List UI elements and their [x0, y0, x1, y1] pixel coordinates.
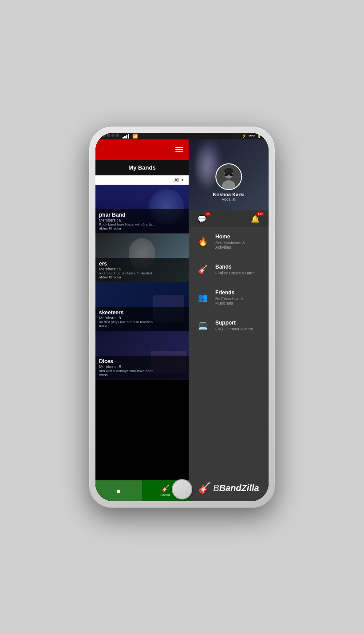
band-name-2: ers — [99, 261, 185, 267]
support-icon-wrap: 💻 — [196, 318, 210, 333]
avatar-svg — [216, 164, 241, 189]
support-subtitle: FAQ, Contact & More... — [215, 327, 257, 331]
left-panel: My Bands All ▼ phar Band — [95, 139, 189, 501]
svg-rect-4 — [224, 174, 228, 176]
bar-4 — [128, 134, 129, 139]
band-author-3: Karki — [99, 324, 185, 328]
home-menu-text: Home See Musicians & Activities — [215, 234, 261, 250]
band-desc-3: nd that plays folk beats in tradition... — [99, 320, 185, 324]
menu-item-bands[interactable]: 🎸 Bands Find or Create A Band — [189, 256, 269, 283]
dot-4 — [116, 134, 119, 137]
home-title: Home — [215, 234, 261, 240]
bar-3 — [126, 135, 127, 139]
menu-item-friends[interactable]: 👥 Friends Be Friends with Musicians — [189, 283, 269, 312]
flame-icon: 🔥 — [198, 237, 208, 246]
svg-point-3 — [224, 168, 233, 175]
phone-screen: 📶 ⚡ 15% 🔋 My Ba — [95, 133, 269, 501]
band-name-4: Dices — [99, 358, 185, 365]
band-item-4[interactable]: Dices Members : 5 and with 5 oldboys who… — [95, 331, 189, 380]
profile-section: Krishna Karki Vocalist — [189, 139, 269, 210]
home-subtitle: See Musicians & Activities — [215, 241, 261, 250]
bands-title: Bands — [215, 264, 255, 270]
band-desc-4: and with 5 oldboys who have been... — [99, 369, 185, 373]
band-item-1[interactable]: phar Band Members : 6 Rock band from Nep… — [95, 185, 189, 234]
profile-avatar[interactable] — [215, 163, 242, 190]
tab-green[interactable]: ■ — [95, 480, 142, 501]
signal-dots — [103, 134, 119, 139]
notification-bar: 💬 36 🔔 187 — [189, 210, 269, 227]
phone-device: 📶 ⚡ 15% 🔋 My Ba — [89, 126, 275, 508]
band-info-1: phar Band Members : 6 Rock band from Nep… — [95, 209, 189, 233]
profile-name: Krishna Karki — [213, 192, 245, 197]
logo-rest: BandZilla — [219, 483, 259, 493]
band-item-2[interactable]: ers Members : 5 rock band that includes … — [95, 234, 189, 282]
profile-avatar-container: Krishna Karki Vocalist — [213, 163, 245, 202]
main-screen: My Bands All ▼ phar Band — [95, 139, 269, 501]
messages-badge: 36 — [205, 212, 211, 216]
filter-text: All — [174, 178, 179, 182]
messages-notification[interactable]: 💬 36 — [198, 215, 206, 223]
friends-title: Friends — [215, 289, 261, 296]
phone-home-button[interactable] — [172, 479, 192, 499]
bar-2 — [124, 136, 126, 139]
band-info-4: Dices Members : 5 and with 5 oldboys who… — [95, 356, 189, 380]
svg-rect-5 — [229, 174, 233, 176]
bands-icon-wrap: 🎸 — [196, 262, 210, 277]
support-title: Support — [215, 320, 257, 326]
people-icon: 👥 — [198, 293, 208, 302]
filter-dropdown-icon: ▼ — [181, 178, 184, 182]
logo-text: BBandZilla — [213, 483, 259, 493]
bar-1 — [123, 137, 124, 139]
code-icon: 💻 — [198, 321, 208, 330]
my-bands-title: My Bands — [95, 160, 189, 175]
band-info-3: skeeteers Membsrs : 3 nd that plays folk… — [95, 307, 189, 331]
battery-percent: 15% — [248, 134, 255, 138]
filter-bar[interactable]: All ▼ — [95, 175, 189, 185]
menu-item-support[interactable]: 💻 Support FAQ, Contact & More... — [189, 312, 269, 339]
guitar-icon: 🎸 — [198, 265, 208, 274]
band-author-1: nbhar Khadka — [99, 226, 185, 230]
bands-menu-text: Bands Find or Create A Band — [215, 264, 255, 275]
battery-area: ⚡ 15% 🔋 — [242, 134, 261, 138]
band-desc-2: rock band that includes 5 talented... — [99, 271, 185, 275]
left-header — [95, 139, 189, 160]
bluetooth-icon: ⚡ — [242, 134, 246, 138]
band-info-2: ers Members : 5 rock band that includes … — [95, 258, 189, 282]
band-item-3[interactable]: skeeteers Membsrs : 3 nd that plays folk… — [95, 282, 189, 331]
hamburger-line-1 — [175, 147, 183, 148]
support-menu-text: Support FAQ, Contact & More... — [215, 320, 257, 331]
profile-role: Vocalist — [222, 197, 235, 202]
dot-3 — [111, 134, 115, 137]
band-name-3: skeeteers — [99, 309, 185, 316]
dot-1 — [103, 134, 106, 137]
alerts-notification[interactable]: 🔔 187 — [251, 215, 260, 223]
battery-icon: 🔋 — [257, 134, 261, 138]
menu-item-home[interactable]: 🔥 Home See Musicians & Activities — [189, 227, 269, 256]
tab-bands-icon: 🎸 — [162, 485, 169, 492]
logo-section: 🎸 BBandZilla — [189, 475, 269, 501]
band-author-2: nbhar Khadka — [99, 275, 185, 279]
tab-green-icon: ■ — [117, 487, 120, 495]
signal-area: 📶 — [103, 134, 138, 139]
friends-icon-wrap: 👥 — [196, 290, 210, 305]
signal-bars — [123, 134, 129, 139]
band-members-3: Membsrs : 3 — [99, 316, 185, 320]
band-members-4: Members : 5 — [99, 365, 185, 369]
band-author-4: estha — [99, 373, 185, 377]
hamburger-menu[interactable] — [175, 147, 183, 152]
logo-guitar-icon: 🎸 — [198, 482, 211, 494]
hamburger-line-3 — [175, 151, 183, 152]
friends-subtitle: Be Friends with Musicians — [215, 297, 261, 305]
home-icon-wrap: 🔥 — [196, 234, 210, 249]
wifi-icon: 📶 — [132, 134, 138, 139]
menu-items: 🔥 Home See Musicians & Activities 🎸 Band… — [189, 227, 269, 475]
bands-subtitle: Find or Create A Band — [215, 271, 255, 275]
friends-menu-text: Friends Be Friends with Musicians — [215, 289, 261, 305]
messages-icon: 💬 — [198, 215, 206, 223]
logo-b: B — [213, 483, 219, 493]
tab-bands-label: Bands — [160, 493, 170, 497]
band-members-1: Members : 6 — [99, 218, 185, 222]
right-panel: Krishna Karki Vocalist 💬 36 🔔 187 — [189, 139, 269, 501]
band-name-1: phar Band — [99, 212, 185, 218]
band-members-2: Members : 5 — [99, 267, 185, 271]
